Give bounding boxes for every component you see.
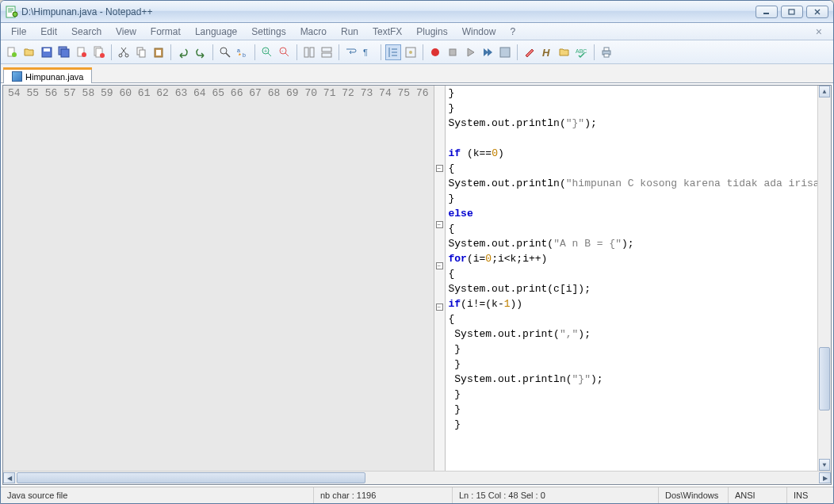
svg-rect-20 (156, 50, 161, 55)
tab-himpunan[interactable]: Himpunan.java (3, 69, 92, 83)
record-icon[interactable] (427, 44, 443, 60)
cut-icon[interactable] (116, 44, 132, 60)
close-button[interactable] (806, 6, 828, 18)
undo-icon[interactable] (175, 44, 191, 60)
sync-v-icon[interactable] (301, 44, 317, 60)
tab-label: Himpunan.java (25, 72, 83, 82)
svg-text:¶: ¶ (363, 48, 368, 57)
vertical-scrollbar[interactable]: ▲ ▼ (817, 86, 831, 471)
zoom-in-icon[interactable]: + (259, 44, 275, 60)
menu-search[interactable]: Search (64, 25, 109, 39)
maximize-button[interactable] (781, 6, 803, 18)
code-text[interactable]: } } System.out.println("}"); if (k==0) {… (446, 86, 818, 471)
window-buttons (756, 6, 828, 18)
menu-textfx[interactable]: TextFX (365, 25, 409, 39)
svg-point-16 (125, 54, 128, 57)
menu-format[interactable]: Format (143, 25, 188, 39)
horizontal-scrollbar[interactable]: ◀ ▶ (3, 471, 831, 484)
separator-icon (111, 44, 112, 60)
scroll-thumb[interactable] (17, 472, 365, 483)
menu-window[interactable]: Window (455, 25, 503, 39)
play-icon[interactable] (462, 44, 478, 60)
svg-point-1 (13, 12, 17, 17)
play-multi-icon[interactable] (480, 44, 495, 60)
svg-line-26 (268, 53, 271, 56)
svg-rect-43 (450, 49, 456, 55)
spell-icon[interactable]: ABC (574, 44, 590, 60)
save-icon[interactable] (39, 44, 55, 60)
save-macro-icon[interactable] (497, 44, 513, 60)
svg-point-21 (220, 48, 227, 54)
separator-icon (254, 44, 255, 60)
menu-help[interactable]: ? (503, 25, 522, 39)
status-position: Ln : 15 Col : 48 Sel : 0 (453, 487, 659, 503)
separator-icon (296, 44, 297, 60)
scroll-thumb[interactable] (819, 347, 830, 410)
clear-icon[interactable] (522, 44, 538, 60)
wrap-icon[interactable] (343, 44, 359, 60)
document-close-icon[interactable]: × (808, 25, 830, 38)
svg-line-29 (285, 53, 289, 56)
scroll-up-icon[interactable]: ▲ (819, 86, 830, 97)
svg-rect-3 (789, 10, 794, 14)
svg-rect-18 (140, 50, 145, 57)
menu-view[interactable]: View (109, 25, 143, 39)
new-icon[interactable] (4, 44, 20, 60)
svg-rect-32 (310, 48, 314, 57)
titlebar[interactable]: D:\Himpunan.java - Notepad++ (1, 1, 833, 23)
scroll-down-icon[interactable]: ▼ (819, 459, 830, 471)
menubar: File Edit Search View Format Language Se… (1, 23, 833, 40)
close-all-icon[interactable] (91, 44, 107, 60)
sync-h-icon[interactable] (319, 44, 335, 60)
svg-point-14 (100, 53, 105, 58)
minimize-button[interactable] (756, 6, 778, 18)
menu-plugins[interactable]: Plugins (409, 25, 454, 39)
svg-point-15 (119, 54, 122, 57)
separator-icon (339, 44, 339, 60)
copy-icon[interactable] (133, 44, 149, 60)
stop-icon[interactable] (445, 44, 461, 60)
svg-text:b: b (243, 52, 246, 58)
code-area[interactable]: 54 55 56 57 58 59 60 61 62 63 64 65 66 6… (3, 86, 831, 471)
print-icon[interactable] (599, 44, 614, 60)
separator-icon (594, 44, 595, 60)
separator-icon (381, 44, 381, 60)
separator-icon (517, 44, 518, 60)
menu-run[interactable]: Run (334, 25, 365, 39)
menu-file[interactable]: File (4, 25, 33, 39)
bold-h-icon[interactable]: H (539, 44, 555, 60)
indent-guide-icon[interactable] (385, 44, 401, 60)
separator-icon (170, 44, 171, 60)
svg-rect-7 (44, 48, 50, 52)
menu-settings[interactable]: Settings (244, 25, 293, 39)
menu-edit[interactable]: Edit (33, 25, 64, 39)
menu-macro[interactable]: Macro (293, 25, 334, 39)
editor: 54 55 56 57 58 59 60 61 62 63 64 65 66 6… (2, 85, 832, 485)
scroll-right-icon[interactable]: ▶ (819, 472, 831, 483)
toolbar: ab + - ¶ H ABC (1, 40, 833, 64)
fold-column[interactable]: −−−− (434, 86, 446, 471)
zoom-out-icon[interactable]: - (277, 44, 293, 60)
window: D:\Himpunan.java - Notepad++ File Edit S… (0, 0, 834, 504)
close-doc-icon[interactable] (74, 44, 90, 60)
paste-icon[interactable] (151, 44, 166, 60)
status-filetype: Java source file (1, 487, 314, 503)
menu-language[interactable]: Language (188, 25, 244, 39)
replace-icon[interactable]: ab (235, 44, 251, 60)
save-all-icon[interactable] (56, 44, 72, 60)
status-charcount: nb char : 1196 (314, 487, 453, 503)
svg-rect-34 (322, 53, 331, 57)
open-icon[interactable] (21, 44, 37, 60)
userdef-icon[interactable] (403, 44, 419, 60)
line-gutter: 54 55 56 57 58 59 60 61 62 63 64 65 66 6… (3, 86, 434, 471)
folder-tool-icon[interactable] (557, 44, 572, 60)
tab-strip: Himpunan.java (1, 64, 833, 83)
status-encoding: ANSI (729, 487, 787, 503)
redo-icon[interactable] (193, 44, 208, 60)
svg-rect-48 (604, 48, 609, 51)
scroll-left-icon[interactable]: ◀ (3, 472, 15, 483)
svg-rect-33 (322, 48, 331, 52)
find-icon[interactable] (217, 44, 233, 60)
show-chars-icon[interactable]: ¶ (361, 44, 377, 60)
window-title: D:\Himpunan.java - Notepad++ (21, 6, 756, 17)
